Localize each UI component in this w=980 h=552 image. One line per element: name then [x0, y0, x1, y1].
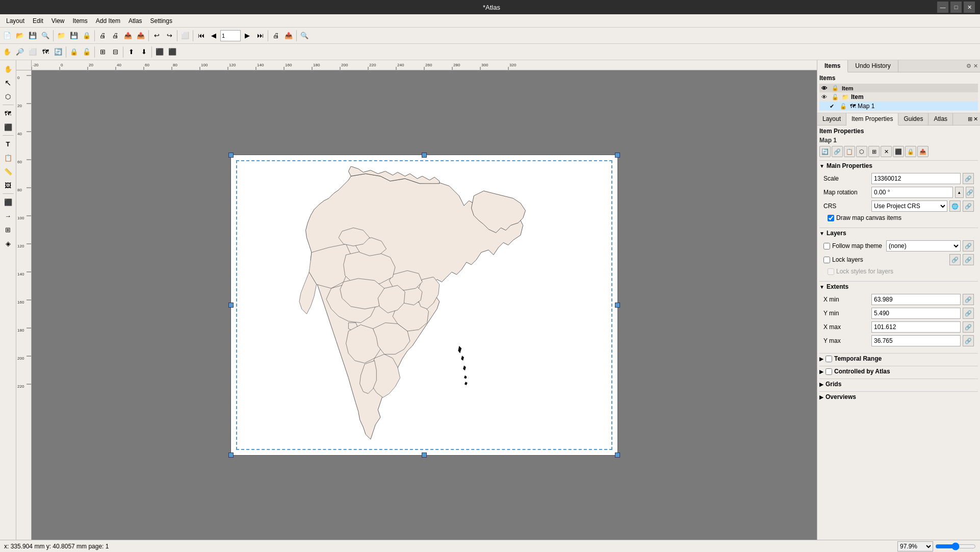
controlled-atlas-section[interactable]: ▶ Controlled by Atlas [819, 366, 978, 377]
add-html-tool[interactable]: ◈ [2, 237, 15, 250]
crs-select[interactable]: Use Project CRS [871, 200, 947, 212]
ymax-input[interactable] [871, 335, 961, 346]
follow-map-theme-check[interactable] [823, 243, 830, 249]
map1-row[interactable]: ✔ 🔓 🗺 Map 1 [819, 102, 978, 111]
add-scalebar-tool[interactable]: 📏 [2, 165, 15, 178]
lock-layers-btn1[interactable]: 🔗 [949, 254, 961, 265]
prop-close-icon[interactable]: ✕ [973, 116, 978, 122]
scale-link-btn[interactable]: 🔗 [963, 173, 974, 184]
maximize-btn[interactable]: □ [950, 2, 962, 13]
map1-check[interactable]: ✔ [830, 103, 838, 110]
add-legend-tool[interactable]: 📋 [2, 151, 15, 164]
tab-guides[interactable]: Guides [898, 113, 929, 125]
open-folder-btn[interactable]: 📁 [55, 30, 67, 42]
zoom-in-btn[interactable]: 🔎 [14, 46, 26, 58]
zoom-extent-btn[interactable]: ⬜ [27, 46, 39, 58]
menu-layout[interactable]: Layout [2, 14, 29, 27]
handle-mr[interactable] [615, 303, 620, 308]
bring-front-btn[interactable]: ⬆ [125, 46, 137, 58]
export3-btn[interactable]: 📤 [282, 30, 295, 42]
last-page-btn[interactable]: ⏭ [254, 30, 266, 42]
ungroup-btn[interactable]: ⊟ [109, 46, 121, 58]
prop-sync-btn[interactable]: 🔗 [832, 146, 843, 157]
send-back-btn[interactable]: ⬇ [138, 46, 150, 58]
next-btn[interactable]: ▶ [241, 30, 253, 42]
handle-tl[interactable] [228, 153, 234, 158]
pan-tool[interactable]: ✋ [2, 62, 15, 76]
scale-input[interactable] [871, 173, 961, 184]
xmin-link-btn[interactable]: 🔗 [963, 294, 974, 305]
print-preview-btn[interactable]: 🔍 [39, 30, 51, 42]
crs-link-btn[interactable]: 🔗 [963, 200, 974, 212]
rotation-up-btn[interactable]: ▲ [955, 187, 964, 198]
menu-edit[interactable]: Edit [29, 14, 47, 27]
zoom-fullext-btn[interactable]: 🔍 [298, 30, 311, 42]
align2-btn[interactable]: ⬛ [166, 46, 178, 58]
vis-icon[interactable]: 👁 [821, 94, 830, 100]
map1-lock[interactable]: 🔓 [840, 103, 848, 110]
handle-br[interactable] [615, 453, 620, 458]
prop-expand-icon[interactable]: ⊞ [968, 116, 972, 122]
add-arrow-tool[interactable]: → [2, 209, 15, 222]
lock-icon[interactable]: 🔓 [832, 94, 840, 101]
main-properties-section[interactable]: ▼ Main Properties [819, 160, 978, 171]
export1-btn[interactable]: 📤 [122, 30, 134, 42]
node-tool[interactable]: ⬡ [2, 90, 15, 103]
add-map-tool[interactable]: 🗺 [2, 107, 15, 120]
xmax-input[interactable] [871, 321, 961, 333]
overviews-section[interactable]: ▶ Overviews [819, 391, 978, 402]
tab-layout[interactable]: Layout [817, 113, 846, 125]
open-btn[interactable]: 📂 [14, 30, 26, 42]
print-btn[interactable]: 🖨 [96, 30, 109, 42]
handle-bc[interactable] [422, 453, 427, 458]
follow-map-theme-select[interactable]: (none) [886, 240, 961, 252]
lock3-btn[interactable]: 🔓 [81, 46, 93, 58]
prop-close-btn[interactable]: ✕ [881, 146, 892, 157]
prop-bookmark-btn[interactable]: 📋 [844, 146, 855, 157]
atlas-ctrl-check[interactable] [826, 368, 832, 375]
crs-btn1[interactable]: 🌐 [949, 200, 961, 212]
follow-theme-link-btn[interactable]: 🔗 [963, 240, 974, 252]
menu-add-item[interactable]: Add Item [92, 14, 124, 27]
close-btn[interactable]: ✕ [964, 2, 975, 13]
handle-tr[interactable] [615, 153, 620, 158]
align1-btn[interactable]: ⬛ [153, 46, 166, 58]
first-page-btn[interactable]: ⏮ [195, 30, 207, 42]
prop-export-btn[interactable]: 📤 [917, 146, 929, 157]
new-btn[interactable]: 📄 [1, 30, 13, 42]
menu-settings[interactable]: Settings [146, 14, 176, 27]
lock2-btn[interactable]: 🔒 [68, 46, 80, 58]
tab-items[interactable]: Items [817, 60, 848, 72]
handle-bl[interactable] [228, 453, 234, 458]
group-btn[interactable]: ⊞ [96, 46, 109, 58]
print2-btn[interactable]: 🖨 [109, 30, 121, 42]
tab-item-properties[interactable]: Item Properties [846, 113, 898, 126]
menu-atlas[interactable]: Atlas [124, 14, 146, 27]
temporal-range-section[interactable]: ▶ Temporal Range [819, 353, 978, 364]
tab-atlas[interactable]: Atlas [929, 113, 953, 125]
pan-tool-btn[interactable]: ✋ [1, 46, 13, 58]
lock-styles-check[interactable] [828, 268, 834, 275]
grids-section[interactable]: ▶ Grids [819, 379, 978, 389]
draw-canvas-check[interactable] [828, 215, 834, 221]
add-label-tool[interactable]: T [2, 137, 15, 150]
prop-black-btn[interactable]: ⬛ [893, 146, 904, 157]
refresh-btn[interactable]: 🔄 [52, 46, 64, 58]
prop-refresh-btn[interactable]: 🔄 [819, 146, 831, 157]
ymin-input[interactable] [871, 308, 961, 319]
rotation-link-btn[interactable]: 🔗 [966, 187, 974, 198]
redo-btn[interactable]: ↪ [163, 30, 175, 42]
handle-ml[interactable] [228, 303, 234, 308]
page-input[interactable] [220, 30, 241, 41]
prop-grid-btn[interactable]: ⊞ [868, 146, 880, 157]
temporal-check[interactable] [826, 356, 832, 362]
select-tool[interactable]: ↖ [2, 76, 15, 89]
panel-settings-icon[interactable]: ⚙ [966, 63, 971, 69]
lock-btn[interactable]: 🔒 [81, 30, 93, 42]
handle-tc[interactable] [422, 153, 427, 158]
xmin-input[interactable] [871, 294, 961, 305]
ymin-link-btn[interactable]: 🔗 [963, 308, 974, 319]
undo-btn[interactable]: ↩ [150, 30, 163, 42]
zoom-layer-btn[interactable]: 🗺 [39, 46, 51, 58]
zoom-slider[interactable] [935, 542, 976, 550]
